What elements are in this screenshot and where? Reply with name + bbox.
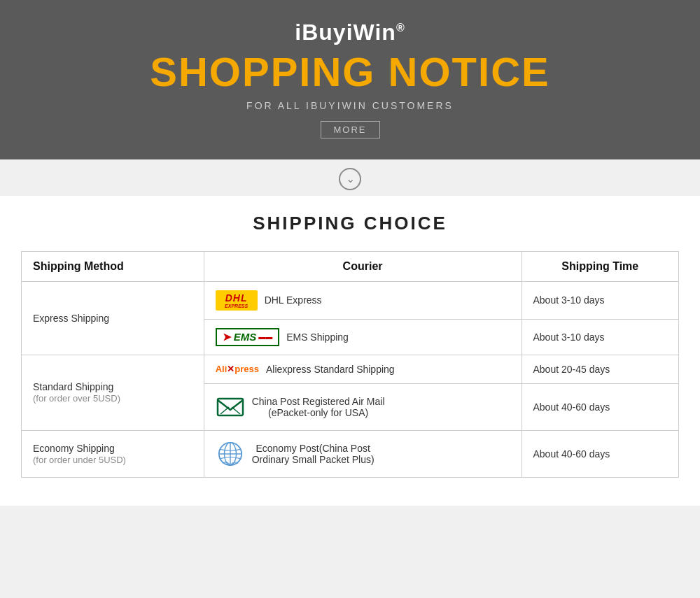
ali-time: About 20-45 days	[522, 355, 679, 383]
section-title: SHIPPING CHOICE	[21, 213, 679, 234]
header-method: Shipping Method	[22, 251, 204, 281]
dhl-logo: DHL EXPRESS	[216, 290, 258, 311]
more-button[interactable]: MORE	[321, 121, 380, 138]
chinapost-time: About 40-60 days	[522, 383, 679, 430]
courier-ali-cell: Ali✕press Aliexpress Standard Shipping	[204, 355, 522, 383]
main-content: SHIPPING CHOICE Shipping Method Courier …	[0, 196, 700, 506]
aliexpress-logo: Ali✕press	[216, 364, 259, 374]
header-time: Shipping Time	[522, 251, 679, 281]
table-header-row: Shipping Method Courier Shipping Time	[22, 251, 679, 281]
shopping-notice-title: SHOPPING NOTICE	[14, 50, 686, 94]
chevron-container: ⌄	[0, 159, 700, 196]
courier-un-cell: Economy Post(China PostOrdinary Small Pa…	[204, 430, 522, 477]
method-note-economy: (for order under 5USD)	[33, 455, 126, 465]
table-row: Express Shipping DHL EXPRESS DHL Express…	[22, 281, 679, 319]
subtitle: FOR ALL IBUYIWIN CUSTOMERS	[14, 100, 686, 111]
header-banner: iBuyiWin® SHOPPING NOTICE FOR ALL IBUYIW…	[0, 0, 700, 159]
un-time: About 40-60 days	[522, 430, 679, 477]
method-economy: Economy Shipping (for order under 5USD)	[22, 430, 204, 477]
un-logo	[216, 439, 245, 469]
un-courier-name: Economy Post(China PostOrdinary Small Pa…	[252, 443, 374, 465]
ems-courier-name: EMS Shipping	[286, 332, 349, 343]
header-courier: Courier	[204, 251, 522, 281]
chinapost-courier-name: China Post Registered Air Mail(ePacket-o…	[252, 396, 385, 418]
ali-courier-name: Aliexpress Standard Shipping	[266, 364, 395, 375]
dhl-time: About 3-10 days	[522, 281, 679, 319]
courier-ems-cell: ➤EMS▬▬ EMS Shipping	[204, 319, 522, 355]
brand-name: iBuyiWin®	[14, 20, 686, 45]
method-express: Express Shipping	[22, 281, 204, 355]
ems-time: About 3-10 days	[522, 319, 679, 355]
dhl-courier-name: DHL Express	[265, 294, 322, 306]
method-standard: Standard Shipping (for order over 5USD)	[22, 355, 204, 430]
table-row: Economy Shipping (for order under 5USD)	[22, 430, 679, 477]
brand-sup: ®	[396, 22, 405, 34]
chinapost-logo	[216, 392, 245, 422]
courier-dhl-cell: DHL EXPRESS DHL Express	[204, 281, 522, 319]
chevron-down-icon[interactable]: ⌄	[339, 168, 361, 190]
shipping-table: Shipping Method Courier Shipping Time Ex…	[21, 251, 679, 478]
ems-logo: ➤EMS▬▬	[216, 328, 280, 346]
table-row: Standard Shipping (for order over 5USD) …	[22, 355, 679, 383]
method-note-standard: (for order over 5USD)	[33, 393, 120, 404]
method-name-standard: Standard Shipping	[33, 381, 192, 392]
method-name-economy: Economy Shipping	[33, 443, 192, 454]
method-name-express: Express Shipping	[33, 313, 192, 324]
brand-text: iBuyiWin	[295, 20, 396, 45]
courier-chinapost-cell: China Post Registered Air Mail(ePacket-o…	[204, 383, 522, 430]
